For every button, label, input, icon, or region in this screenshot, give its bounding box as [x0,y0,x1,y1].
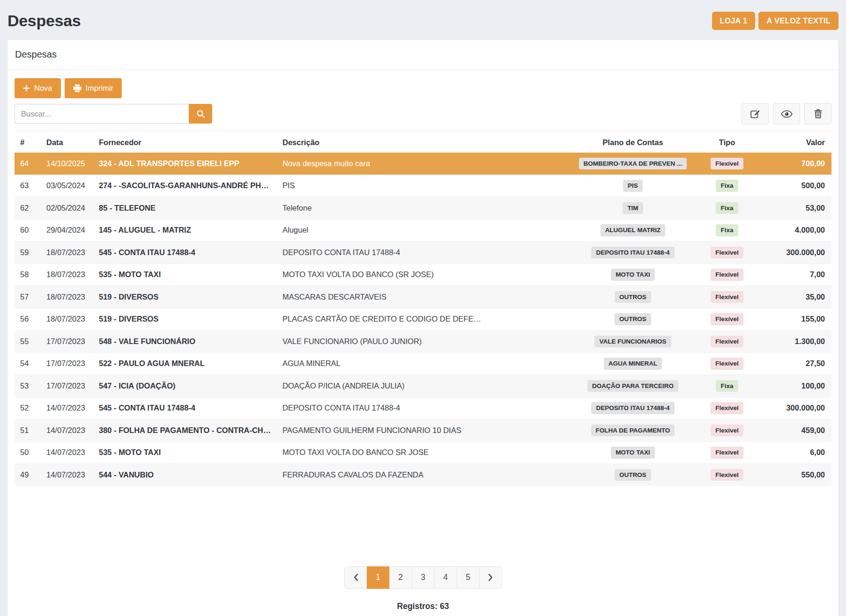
row-type-cell: Flexível [697,153,757,175]
card-title: Despesas [7,40,839,70]
row-value: 27,50 [757,352,831,375]
row-type-cell: Flexível [697,330,757,353]
row-supplier: 85 - TELEFONE [93,197,277,220]
store-button[interactable]: LOJA 1 [712,12,756,30]
row-type-cell: Flexível [697,397,757,419]
row-id: 51 [15,419,41,442]
plan-badge: OUTROS [615,291,651,303]
row-date: 18/07/2023 [41,286,93,308]
eye-icon [781,110,793,118]
row-id: 58 [15,264,41,286]
row-value: 155,00 [757,308,831,330]
row-plan-cell: ALUGUEL MATRIZ [569,219,697,242]
type-badge: Flexível [711,469,743,481]
table-row[interactable]: 53 17/07/2023 547 - ICIA (DOAÇÃO) DOAÇÃO… [15,375,831,397]
plan-badge: DOAÇÃO PARA TERCEIRO [587,380,678,392]
table-row[interactable]: 62 02/05/2024 85 - TELEFONE Telefone TIM… [15,197,831,220]
row-date: 14/07/2023 [41,397,93,419]
row-value: 7,00 [757,264,831,286]
row-supplier: 522 - PAULO AGUA MNERAL [93,352,277,375]
view-button[interactable] [773,103,800,125]
table-row[interactable]: 51 14/07/2023 380 - FOLHA DE PAGAMENTO -… [15,419,831,442]
row-description: PIS [277,175,569,197]
row-plan-cell: OUTROS [569,308,697,330]
pagination-page-2[interactable]: 2 [389,566,412,589]
row-id: 59 [15,242,41,264]
row-id: 64 [15,153,41,175]
type-badge: Flexível [711,313,743,325]
pagination-page-4[interactable]: 4 [434,566,457,589]
pagination-prev[interactable] [344,566,367,589]
printer-icon [73,84,82,92]
plan-badge: MOTO TAXI [611,447,655,459]
search-input[interactable] [15,104,189,124]
column-header-value: Valor [757,132,831,153]
row-action-buttons [742,103,831,125]
type-badge: Flexível [711,425,743,437]
row-type-cell: Fixa [697,375,757,397]
row-value: 500,00 [757,175,831,197]
row-type-cell: Fixa [697,219,757,242]
table-row[interactable]: 58 18/07/2023 535 - MOTO TAXI MOTO TAXI … [15,264,831,286]
plan-badge: PIS [623,180,643,192]
expense-table: # Data Fornecedor Descrição Plano de Con… [15,132,831,486]
trash-icon [814,109,822,118]
new-expense-button[interactable]: Nova [15,78,61,98]
pagination-page-5[interactable]: 5 [457,566,480,589]
type-badge: Fixa [716,224,738,236]
print-button[interactable]: Imprimir [65,78,122,98]
search-button[interactable] [189,104,212,124]
plan-badge: OUTROS [615,469,651,481]
table-row[interactable]: 55 17/07/2023 548 - VALE FUNCIONÁRIO VAL… [15,330,831,353]
row-description: MOTO TAXI VOLTA DO BANCO (SR JOSE) [277,264,569,286]
table-row[interactable]: 54 17/07/2023 522 - PAULO AGUA MNERAL AG… [15,352,831,375]
plan-badge: VALE FUNCIONARIOS [594,336,671,348]
row-value: 700,00 [757,153,831,175]
controls-row [15,103,831,125]
row-supplier: 535 - MOTO TAXI [93,441,277,464]
type-badge: Flexível [711,447,743,459]
table-row[interactable]: 57 18/07/2023 519 - DIVERSOS MASCARAS DE… [15,286,831,308]
row-description: DOAÇÃO P/ICIA (ANDREIA JULIA) [277,375,569,397]
row-supplier: 545 - CONTA ITAU 17488-4 [93,242,277,264]
pagination-next[interactable] [479,566,502,589]
delete-button[interactable] [804,103,831,125]
table-row[interactable]: 56 18/07/2023 519 - DIVERSOS PLACAS CART… [15,308,831,330]
table-row[interactable]: 60 29/04/2024 145 - ALUGUEL - MATRIZ Alu… [15,219,831,242]
edit-button[interactable] [742,103,769,125]
pagination: 12345 [344,566,502,589]
row-supplier: 544 - VANUBIO [93,464,277,486]
row-plan-cell: FOLHA DE PAGAMENTO [569,419,697,442]
row-description: AGUA MINERAL [277,352,569,375]
type-badge: Fixa [716,380,738,392]
table-header-row: # Data Fornecedor Descrição Plano de Con… [15,132,831,153]
expenses-card: Despesas Nova Imprimir [7,40,839,616]
row-id: 63 [15,175,41,197]
row-value: 1.300,00 [757,330,831,353]
table-row[interactable]: 49 14/07/2023 544 - VANUBIO FERRADURAS C… [15,464,831,486]
company-button[interactable]: A VELOZ TEXTIL [758,12,839,30]
table-row[interactable]: 63 03/05/2024 274 - -SACOLITAS-GARANHUNS… [15,175,831,197]
plan-badge: MOTO TAXI [611,269,655,281]
row-value: 100,00 [757,375,831,397]
plan-badge: FOLHA DE PAGAMENTO [591,425,675,437]
row-type-cell: Flexível [697,419,757,442]
table-row[interactable]: 50 14/07/2023 535 - MOTO TAXI MOTO TAXI … [15,441,831,464]
row-description: Nova despesa muito cara [277,153,569,175]
pagination-page-1[interactable]: 1 [367,566,390,589]
column-header-plan: Plano de Contas [569,132,697,153]
row-date: 18/07/2023 [41,264,93,286]
column-header-id: # [15,132,41,153]
row-plan-cell: MOTO TAXI [569,264,697,286]
pagination-page-3[interactable]: 3 [412,566,435,589]
table-row[interactable]: 59 18/07/2023 545 - CONTA ITAU 17488-4 D… [15,242,831,264]
row-plan-cell: VALE FUNCIONARIOS [569,330,697,353]
table-row[interactable]: 52 14/07/2023 545 - CONTA ITAU 17488-4 D… [15,397,831,419]
row-type-cell: Flexível [697,286,757,308]
row-date: 17/07/2023 [41,352,93,375]
type-badge: Flexível [711,291,743,303]
row-plan-cell: PIS [569,175,697,197]
row-supplier: 145 - ALUGUEL - MATRIZ [93,219,277,242]
table-row[interactable]: 64 14/10/2025 324 - ADL TRANSPORTES EIRE… [15,153,831,175]
edit-icon [750,110,760,118]
